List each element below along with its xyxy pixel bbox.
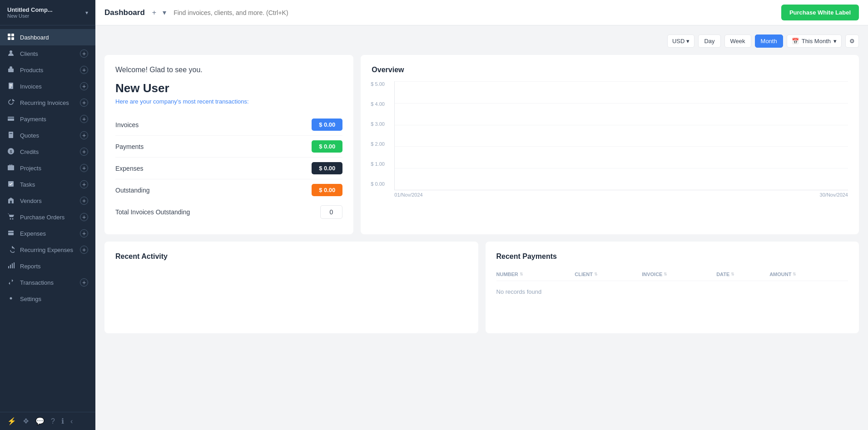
payments-icon (7, 115, 15, 123)
sidebar-item-tasks[interactable]: Tasks+ (0, 176, 95, 193)
add-payments-button[interactable]: + (80, 115, 88, 123)
sidebar-item-expenses[interactable]: Expenses+ (0, 225, 95, 242)
recurring-expenses-icon (7, 246, 15, 254)
sidebar-nav: DashboardClients+Products+Invoices+Recur… (0, 25, 95, 412)
add-recurring-invoices-button[interactable]: + (80, 99, 88, 107)
col-amount[interactable]: AMOUNT ⇅ (769, 268, 848, 281)
add-invoices-button[interactable]: + (80, 82, 88, 90)
add-tasks-button[interactable]: + (80, 180, 88, 188)
add-quotes-button[interactable]: + (80, 131, 88, 139)
chart-settings-button[interactable]: ⚙ (845, 35, 859, 48)
col-date[interactable]: DATE ⇅ (716, 268, 769, 281)
content-area: USD ▾ Day Week Month 📅 This Month ▾ ⚙ We… (95, 25, 868, 430)
sidebar-footer: ⚡ ❖ 💬 ? ℹ ‹ (0, 412, 95, 430)
sidebar-item-products[interactable]: Products+ (0, 62, 95, 78)
month-button[interactable]: Month (755, 35, 783, 48)
add-credits-button[interactable]: + (80, 148, 88, 156)
user-name: New User (7, 13, 53, 19)
date-chevron-icon: ▾ (833, 38, 837, 44)
y-label-1: $ 1.00 (371, 161, 385, 167)
welcome-card: Welcome! Glad to see you. New User Here … (104, 55, 353, 234)
collapse-icon[interactable]: ‹ (70, 417, 73, 425)
sidebar-item-vendors[interactable]: Vendors+ (0, 193, 95, 209)
add-recurring-expenses-button[interactable]: + (80, 246, 88, 254)
bottom-grid: Recent Activity Recent Payments NUMBER ⇅… (104, 242, 859, 333)
date-range-selector[interactable]: 📅 This Month ▾ (787, 35, 842, 48)
sidebar-item-label: Tasks (20, 181, 75, 188)
add-projects-button[interactable]: + (80, 164, 88, 172)
info-icon[interactable]: ℹ (61, 417, 64, 425)
sort-icon: ⇅ (793, 272, 796, 277)
currency-selector[interactable]: USD ▾ (667, 35, 694, 48)
products-icon (7, 66, 15, 74)
sidebar-item-invoices[interactable]: Invoices+ (0, 78, 95, 94)
week-button[interactable]: Week (724, 35, 751, 48)
y-label-5: $ 5.00 (371, 81, 385, 87)
sidebar-item-label: Dashboard (20, 34, 88, 41)
txn-row-expenses: Expenses$ 0.00 (115, 158, 342, 179)
svg-point-27 (10, 297, 12, 300)
chat-icon[interactable]: 💬 (35, 417, 45, 425)
sidebar-item-projects[interactable]: Projects+ (0, 160, 95, 176)
sidebar-item-label: Settings (20, 296, 88, 302)
clients-icon (7, 49, 15, 58)
txn-label: Payments (115, 143, 144, 150)
col-invoice[interactable]: INVOICE ⇅ (642, 268, 716, 281)
sidebar-item-label: Reports (20, 263, 88, 270)
welcome-greeting: Welcome! Glad to see you. (115, 66, 342, 74)
sidebar-item-label: Credits (20, 148, 75, 155)
sidebar-item-reports[interactable]: Reports (0, 258, 95, 274)
sidebar-item-purchase-orders[interactable]: Purchase Orders+ (0, 209, 95, 225)
txn-row-outstanding: Outstanding$ 0.00 (115, 179, 342, 201)
topbar: Dashboard + ▾ Purchase White Label (95, 0, 868, 25)
add-clients-button[interactable]: + (80, 49, 88, 58)
sidebar-item-transactions[interactable]: Transactions+ (0, 274, 95, 291)
sidebar-item-recurring-invoices[interactable]: Recurring Invoices+ (0, 94, 95, 111)
sidebar-item-clients[interactable]: Clients+ (0, 45, 95, 62)
sidebar-item-quotes[interactable]: Quotes+ (0, 127, 95, 143)
sidebar-item-dashboard[interactable]: Dashboard (0, 29, 95, 45)
svg-rect-0 (8, 34, 10, 36)
add-expenses-button[interactable]: + (80, 229, 88, 237)
svg-rect-12 (9, 132, 13, 138)
flash-icon[interactable]: ⚡ (7, 417, 16, 425)
sidebar-item-label: Expenses (20, 230, 75, 237)
welcome-description: Here are your company's most recent tran… (115, 98, 342, 105)
txn-value: $ 0.00 (312, 162, 342, 174)
overview-card: Overview $ 5.00 $ 4.00 $ 3.00 $ 2.00 $ 1… (361, 55, 859, 234)
sidebar-item-settings[interactable]: Settings (0, 291, 95, 307)
add-button[interactable]: + (150, 7, 158, 19)
txn-row-invoices: Invoices$ 0.00 (115, 114, 342, 136)
add-transactions-button[interactable]: + (80, 278, 88, 287)
total-invoices-row: Total Invoices Outstanding 0 (115, 201, 342, 223)
grid-icon[interactable]: ❖ (23, 417, 29, 425)
sidebar-item-label: Quotes (20, 132, 75, 139)
svg-rect-26 (14, 262, 15, 268)
y-label-2: $ 2.00 (371, 141, 385, 147)
cards-grid: Welcome! Glad to see you. New User Here … (104, 55, 859, 234)
sidebar-item-payments[interactable]: Payments+ (0, 111, 95, 127)
add-products-button[interactable]: + (80, 66, 88, 74)
calendar-icon: 📅 (792, 38, 799, 44)
sidebar-item-recurring-expenses[interactable]: Recurring Expenses+ (0, 242, 95, 258)
day-button[interactable]: Day (698, 35, 720, 48)
svg-rect-1 (11, 34, 14, 36)
sort-icon: ⇅ (594, 272, 598, 277)
sidebar-item-label: Purchase Orders (20, 214, 75, 221)
col-number[interactable]: NUMBER ⇅ (496, 268, 575, 281)
add-purchase-orders-button[interactable]: + (80, 213, 88, 221)
sidebar-item-credits[interactable]: $Credits+ (0, 143, 95, 160)
total-invoices-label: Total Invoices Outstanding (115, 208, 190, 216)
projects-icon (7, 164, 15, 172)
company-selector[interactable]: Untitled Comp... New User ▾ (0, 0, 95, 25)
txn-row-payments: Payments$ 0.00 (115, 136, 342, 158)
add-vendors-button[interactable]: + (80, 197, 88, 205)
col-client[interactable]: CLIENT ⇅ (575, 268, 642, 281)
help-icon[interactable]: ? (51, 417, 55, 425)
purchase-white-label-button[interactable]: Purchase White Label (781, 5, 859, 20)
settings-icon: ⚙ (849, 38, 855, 44)
dropdown-button[interactable]: ▾ (161, 6, 168, 19)
search-input[interactable] (174, 9, 776, 16)
chart-date-end: 30/Nov/2024 (820, 192, 848, 198)
invoices-icon (7, 82, 15, 90)
